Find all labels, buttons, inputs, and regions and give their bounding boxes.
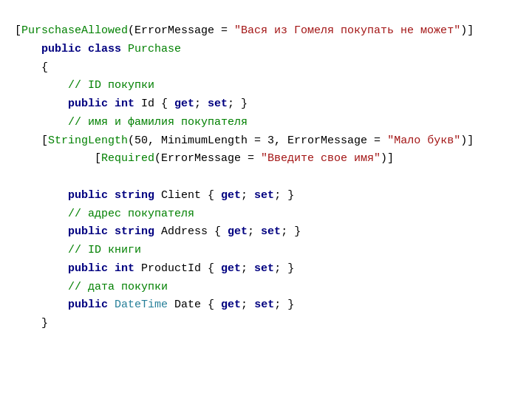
line-1: [PurschaseAllowed(ErrorMessage = "Вася и… [15,24,474,330]
code-container: [PurschaseAllowed(ErrorMessage = "Вася и… [15,22,517,333]
